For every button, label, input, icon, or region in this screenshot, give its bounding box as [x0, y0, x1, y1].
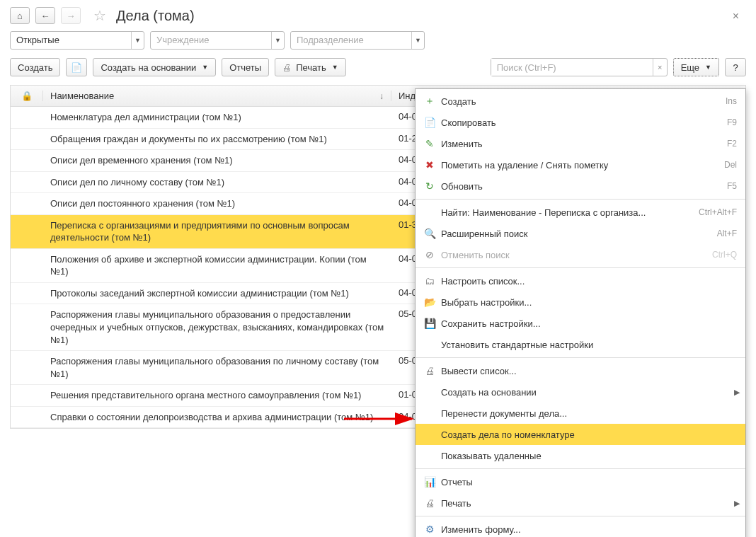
- menu-item-label: Перенести документы дела...: [441, 408, 737, 419]
- dept-filter[interactable]: Подразделение ▼: [290, 31, 425, 50]
- menu-item-icon: 💾: [421, 318, 438, 329]
- menu-item[interactable]: 🖨Вывести список...: [416, 360, 745, 381]
- menu-item[interactable]: Найти: Наименование - Переписка с органи…: [416, 202, 745, 223]
- menu-separator: [416, 267, 745, 268]
- menu-item-label: Отчеты: [441, 477, 737, 487]
- submenu-arrow-icon: ▶: [734, 388, 740, 397]
- menu-item[interactable]: ⊘Отменить поискCtrl+Q: [416, 244, 745, 265]
- menu-item[interactable]: 📄СкопироватьF9: [416, 112, 745, 133]
- menu-item-shortcut: Ctrl+Q: [712, 250, 737, 260]
- name-cell: Положения об архиве и экспертной комисси…: [43, 249, 391, 282]
- menu-item-shortcut: F2: [727, 139, 737, 149]
- menu-item-label: Создать: [441, 96, 726, 107]
- copy-button[interactable]: 📄: [66, 58, 87, 76]
- menu-item-icon: 🗂: [421, 275, 438, 287]
- create-based-label: Создать на основании: [101, 62, 196, 73]
- lock-column-header[interactable]: 🔒: [11, 91, 43, 101]
- more-menu: ＋СоздатьIns📄СкопироватьF9✎ИзменитьF2✖Пом…: [415, 88, 746, 537]
- more-button[interactable]: Еще▼: [673, 58, 719, 76]
- menu-item[interactable]: 🔍Расширенный поискAlt+F: [416, 223, 745, 244]
- status-filter[interactable]: Открытые ▼: [10, 31, 144, 50]
- search-clear-button[interactable]: ×: [653, 59, 667, 76]
- copy-icon: 📄: [71, 62, 82, 73]
- name-cell: Распоряжения главы муниципального образо…: [43, 351, 391, 384]
- home-button[interactable]: ⌂: [10, 7, 30, 24]
- menu-item-icon: 🖨: [421, 365, 438, 376]
- menu-item-icon: 🖨: [421, 497, 438, 509]
- menu-item[interactable]: Показывать удаленные: [416, 445, 745, 466]
- back-button[interactable]: ←: [35, 7, 55, 24]
- menu-item-icon: 📂: [421, 296, 438, 308]
- menu-item-label: Печать: [441, 498, 737, 509]
- name-cell: Описи дел по личному составу (том №1): [43, 172, 391, 193]
- favorite-star-icon[interactable]: ☆: [93, 7, 106, 24]
- name-cell: Номенклатура дел администрации (том №1): [43, 107, 391, 128]
- menu-separator: [416, 199, 745, 200]
- forward-button[interactable]: →: [61, 7, 81, 24]
- dept-filter-placeholder: Подразделение: [291, 32, 411, 49]
- help-button[interactable]: ?: [725, 58, 746, 76]
- printer-icon: 🖨: [282, 62, 292, 73]
- chevron-down-icon[interactable]: ▼: [271, 32, 284, 49]
- menu-item[interactable]: Перенести документы дела...: [416, 403, 745, 424]
- menu-item[interactable]: 📂Выбрать настройки...: [416, 291, 745, 313]
- menu-item-shortcut: F9: [727, 117, 737, 127]
- chevron-down-icon: ▼: [332, 64, 338, 71]
- chevron-down-icon[interactable]: ▼: [131, 32, 144, 49]
- menu-item-icon: ⊘: [421, 249, 438, 260]
- reports-button[interactable]: Отчеты: [222, 58, 269, 76]
- print-button[interactable]: 🖨Печать▼: [275, 58, 346, 76]
- menu-item[interactable]: 📊Отчеты: [416, 471, 745, 492]
- menu-item-label: Выбрать настройки...: [441, 297, 737, 308]
- menu-item[interactable]: Установить стандартные настройки: [416, 334, 745, 355]
- menu-item-label: Скопировать: [441, 117, 727, 128]
- menu-item-shortcut: Alt+F: [717, 229, 737, 238]
- menu-item[interactable]: 🗂Настроить список...: [416, 270, 745, 291]
- menu-item[interactable]: ＋СоздатьIns: [416, 91, 745, 112]
- sort-indicator-icon: ↓: [379, 91, 384, 101]
- name-column-header[interactable]: Наименование ↓: [43, 91, 391, 101]
- name-cell: Описи дел временного хранения (том №1): [43, 150, 391, 171]
- menu-item[interactable]: 💾Сохранить настройки...: [416, 313, 745, 334]
- page-title: Дела (тома): [116, 8, 195, 24]
- chevron-down-icon[interactable]: ▼: [411, 32, 424, 49]
- name-cell: Распоряжения главы муниципального образо…: [43, 304, 391, 350]
- menu-separator: [416, 516, 745, 516]
- menu-item-label: Отменить поиск: [441, 250, 712, 260]
- search-box[interactable]: ×: [491, 58, 668, 76]
- name-cell: Обращения граждан и документы по их расс…: [43, 129, 391, 150]
- name-column-label: Наименование: [50, 91, 114, 101]
- menu-item[interactable]: ↻ОбновитьF5: [416, 175, 745, 197]
- name-cell: Протоколы заседаний экспертной комиссии …: [43, 283, 391, 304]
- org-filter-placeholder: Учреждение: [151, 32, 271, 49]
- menu-item-label: Создать дела по номенклатуре: [441, 429, 737, 440]
- create-based-button[interactable]: Создать на основании▼: [93, 58, 216, 76]
- menu-item[interactable]: Создать дела по номенклатуре: [416, 424, 745, 445]
- menu-item-label: Пометить на удаление / Снять пометку: [441, 160, 724, 171]
- submenu-arrow-icon: ▶: [734, 499, 740, 508]
- menu-item[interactable]: 🖨Печать▶: [416, 492, 745, 514]
- menu-item[interactable]: ✎ИзменитьF2: [416, 133, 745, 154]
- menu-item[interactable]: Создать на основании▶: [416, 381, 745, 403]
- menu-item-shortcut: Ctrl+Alt+F: [699, 207, 737, 217]
- name-cell: Описи дел постоянного хранения (том №1): [43, 193, 391, 214]
- name-cell: Переписка с организациями и предприятиям…: [43, 215, 391, 248]
- reports-label: Отчеты: [229, 62, 261, 73]
- menu-item-label: Сохранить настройки...: [441, 318, 737, 329]
- chevron-down-icon: ▼: [202, 64, 208, 71]
- org-filter[interactable]: Учреждение ▼: [150, 31, 285, 50]
- menu-separator: [416, 468, 745, 469]
- close-button[interactable]: ×: [733, 10, 739, 23]
- menu-item[interactable]: ⚙Изменить форму...: [416, 519, 745, 537]
- menu-item-label: Изменить форму...: [441, 524, 737, 535]
- menu-separator: [416, 357, 745, 358]
- menu-item[interactable]: ✖Пометить на удаление / Снять пометкуDel: [416, 154, 745, 175]
- menu-item-label: Настроить список...: [441, 276, 737, 287]
- name-cell: Справки о состоянии делопроизводства и а…: [43, 407, 391, 428]
- create-button[interactable]: Создать: [10, 58, 60, 76]
- menu-item-label: Создать на основании: [441, 387, 737, 398]
- search-input[interactable]: [491, 59, 653, 76]
- chevron-down-icon: ▼: [705, 64, 711, 71]
- menu-item-label: Показывать удаленные: [441, 451, 737, 461]
- menu-item-label: Найти: Наименование - Переписка с органи…: [441, 207, 699, 218]
